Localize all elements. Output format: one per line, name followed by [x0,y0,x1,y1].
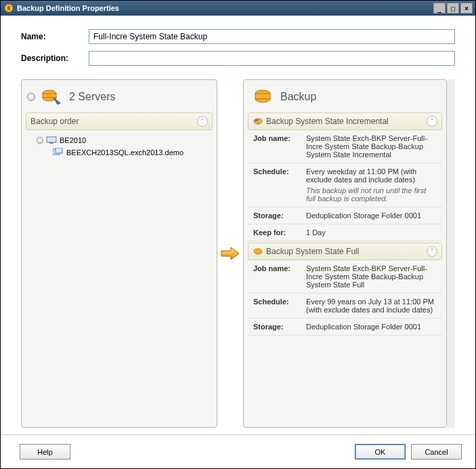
detail-label: Storage: [253,211,306,220]
detail-value: Every weekday at 11:00 PM (with exclude … [306,167,437,203]
detail-row: Schedule: Every weekday at 11:00 PM (wit… [248,163,442,207]
schedule-note: This backup will not run until the first… [306,186,437,203]
backup-panel: Backup Backup System State Incremental ˄ [243,79,447,428]
content-area: Name: Description: 2 Servers Backup orde… [1,16,475,434]
tree-item-child[interactable]: BEEXCH2013SQL.exch2013.demo [28,146,210,159]
svg-rect-1 [7,6,10,10]
backup-section-full: Backup System State Full ˄ Job name: Sys… [248,243,442,335]
description-label: Description: [21,54,89,63]
backup-section-incremental: Backup System State Incremental ˄ Job na… [248,113,442,241]
tree-item-parent[interactable]: BE2010 [28,134,210,146]
tree-item-label: BE2010 [60,136,86,144]
server-icon [46,136,57,145]
detail-row: Storage: Deduplication Storage Folder 00… [248,319,442,335]
name-input[interactable] [89,29,455,44]
radio-icon[interactable] [37,137,43,144]
name-label: Name: [21,32,89,41]
svg-rect-4 [43,94,56,98]
collapse-icon[interactable]: ˄ [427,116,437,127]
detail-value: System State Exch-BKP Server-Full-Incre … [306,134,437,159]
description-input[interactable] [89,51,455,66]
servers-panel-title: 2 Servers [69,91,115,103]
svg-rect-5 [47,137,56,142]
svg-rect-11 [255,94,270,99]
section-header-label: Backup System State Incremental [266,117,389,126]
backup-icon [249,87,276,107]
close-button[interactable]: × [460,3,473,14]
backup-panel-header: Backup [248,84,442,113]
detail-value: Deduplication Storage Folder 0001 [306,211,437,220]
detail-label: Keep for: [253,228,306,237]
collapse-icon[interactable]: ˄ [427,246,437,257]
backup-panel-title: Backup [280,91,316,103]
arrow-column [217,79,243,428]
arrow-right-icon [220,246,240,261]
collapse-icon[interactable]: ˄ [197,116,208,127]
detail-label: Schedule: [253,167,306,203]
minimize-button[interactable]: _ [433,3,446,14]
name-row: Name: [21,29,455,44]
titlebar: Backup Definition Properties _ □ × [1,1,475,16]
dialog-window: Backup Definition Properties _ □ × Name:… [0,0,476,469]
disk-full-icon [253,247,263,256]
servers-icon [38,87,65,107]
server-tree: BE2010 BEEXCH2013SQL.exch2013.demo [26,130,213,163]
svg-point-13 [254,249,262,254]
backup-detail-list[interactable]: Backup System State Incremental ˄ Job na… [248,113,442,423]
detail-row: Job name: System State Exch-BKP Server-F… [248,260,442,293]
servers-panel: 2 Servers Backup order ˄ BE2010 [21,79,217,428]
radio-icon[interactable] [27,93,35,101]
detail-row: Job name: System State Exch-BKP Server-F… [248,130,442,163]
detail-label: Job name: [253,264,306,289]
app-icon [3,3,14,14]
ok-button[interactable]: OK [355,444,406,460]
detail-value: Deduplication Storage Folder 0001 [306,323,437,331]
servers-panel-header: 2 Servers [26,84,213,113]
maximize-button[interactable]: □ [447,3,459,14]
footer: Help OK Cancel [1,434,475,468]
svg-rect-8 [56,148,62,153]
section-header-label: Backup System State Full [266,247,359,256]
section-header[interactable]: Backup System State Full ˄ [248,243,442,260]
panels-container: 2 Servers Backup order ˄ BE2010 [21,79,455,428]
help-button[interactable]: Help [20,444,70,460]
detail-label: Schedule: [253,298,306,314]
window-title: Backup Definition Properties [17,4,119,12]
detail-value: Every 99 years on July 13 at 11:00 PM (w… [306,298,437,314]
detail-row: Keep for: 1 Day [248,224,442,241]
tree-item-label: BEEXCH2013SQL.exch2013.demo [66,148,183,157]
detail-row: Storage: Deduplication Storage Folder 00… [248,207,442,224]
backup-order-label: Backup order [30,117,79,126]
detail-row: Schedule: Every 99 years on July 13 at 1… [248,293,442,319]
detail-value: System State Exch-BKP Server-Full-Incre … [306,264,437,289]
schedule-text: Every weekday at 11:00 PM (with exclude … [306,167,416,184]
server-stack-icon [53,148,64,157]
section-header[interactable]: Backup System State Incremental ˄ [248,113,442,130]
detail-label: Storage: [253,323,306,331]
description-row: Description: [21,51,455,66]
backup-order-header[interactable]: Backup order ˄ [26,113,213,130]
svg-rect-6 [49,142,53,144]
cancel-button[interactable]: Cancel [411,444,462,460]
disk-partial-icon [253,117,263,126]
detail-label: Job name: [253,134,306,159]
detail-value: 1 Day [306,228,437,237]
